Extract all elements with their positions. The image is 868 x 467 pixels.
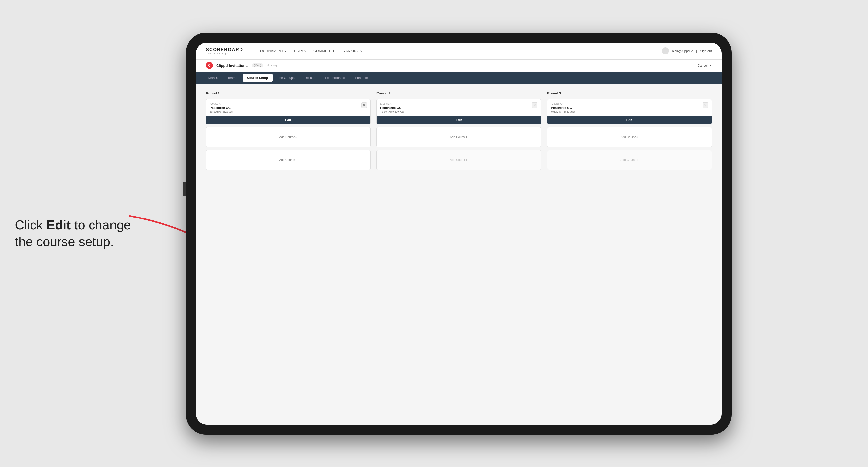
round-2-delete-button[interactable]: ✕ [532, 102, 537, 108]
round-3-edit-button[interactable]: Edit [547, 116, 712, 124]
round-2-add-course-1-plus: + [466, 135, 468, 139]
round-1-course-details: Yellow (M) (6629 yds) [210, 111, 234, 113]
nav-teams[interactable]: TEAMS [293, 49, 306, 53]
tab-bar: Details Teams Course Setup Tee Groups Re… [196, 72, 722, 84]
tablet-screen: SCOREBOARD Powered by clippd TOURNAMENTS… [196, 43, 722, 425]
round-1-add-course-2-plus: + [295, 158, 297, 162]
nav-right: blair@clippd.io | Sign out [662, 48, 712, 54]
instruction-prefix: Click [15, 218, 46, 232]
tournament-logo: C [206, 62, 213, 69]
round-3-column: Round 3 (Course A) Peachtree GC Yellow (… [547, 91, 712, 170]
round-3-course-card: (Course A) Peachtree GC Yellow (M) (6629… [547, 99, 712, 124]
tablet-shell: SCOREBOARD Powered by clippd TOURNAMENTS… [186, 33, 732, 435]
round-2-course-label: (Course A) [380, 102, 404, 105]
round-1-add-course-1-label: Add Course [279, 135, 295, 139]
round-3-add-course-2-label: Add Course [620, 158, 636, 162]
round-3-add-course-2: Add Course + [547, 150, 712, 170]
nav-committee[interactable]: COMMITTEE [313, 49, 336, 53]
round-2-add-course-2: Add Course + [376, 150, 541, 170]
round-1-add-course-1-plus: + [295, 135, 297, 139]
round-3-add-course-1-label: Add Course [620, 135, 636, 139]
cancel-button[interactable]: Cancel ✕ [698, 64, 712, 67]
round-1-delete-button[interactable]: ✕ [361, 102, 367, 108]
tournament-name: Clippd Invitational [216, 63, 248, 68]
round-3-course-info: (Course A) Peachtree GC Yellow (M) (6629… [551, 102, 575, 113]
round-1-add-course-2[interactable]: Add Course + [206, 150, 371, 170]
round-2-course-details: Yellow (M) (6629 yds) [380, 111, 404, 113]
round-1-edit-button[interactable]: Edit [206, 116, 370, 124]
round-1-course-label: (Course A) [210, 102, 234, 105]
round-3-title: Round 3 [547, 91, 712, 95]
user-email: blair@clippd.io [672, 49, 693, 53]
tab-leaderboards[interactable]: Leaderboards [321, 74, 349, 82]
instruction-text: Click Edit to change the course setup. [15, 217, 149, 250]
round-3-course-label: (Course A) [551, 102, 575, 105]
round-2-edit-button[interactable]: Edit [377, 116, 541, 124]
logo-scoreboard: SCOREBOARD [206, 47, 243, 52]
round-3-add-course-1[interactable]: Add Course + [547, 127, 712, 147]
tab-results[interactable]: Results [300, 74, 320, 82]
round-2-add-course-1[interactable]: Add Course + [376, 127, 541, 147]
tournament-status: Hosting [267, 64, 277, 67]
nav-separator: | [696, 49, 697, 53]
round-1-add-course-2-label: Add Course [279, 158, 295, 162]
round-2-course-info: (Course A) Peachtree GC Yellow (M) (6629… [380, 102, 404, 113]
tournament-gender: (Men) [252, 63, 263, 67]
user-avatar [662, 48, 669, 54]
nav-rankings[interactable]: RANKINGS [343, 49, 362, 53]
tab-teams[interactable]: Teams [223, 74, 242, 82]
tournament-header: C Clippd Invitational (Men) Hosting Canc… [196, 60, 722, 72]
round-2-add-course-2-plus: + [466, 158, 468, 162]
round-3-course-name: Peachtree GC [551, 106, 575, 110]
round-1-course-name: Peachtree GC [210, 106, 234, 110]
round-1-title: Round 1 [206, 91, 371, 95]
rounds-grid: Round 1 (Course A) Peachtree GC Yellow (… [206, 91, 712, 170]
round-3-course-details: Yellow (M) (6629 yds) [551, 111, 575, 113]
round-2-title: Round 2 [376, 91, 541, 95]
round-3-course-inner: (Course A) Peachtree GC Yellow (M) (6629… [547, 99, 712, 116]
round-1-add-course-1[interactable]: Add Course + [206, 127, 371, 147]
round-2-column: Round 2 (Course A) Peachtree GC Yellow (… [376, 91, 541, 170]
tab-tee-groups[interactable]: Tee Groups [274, 74, 299, 82]
round-1-course-card: (Course A) Peachtree GC Yellow (M) (6629… [206, 99, 371, 124]
round-2-course-name: Peachtree GC [380, 106, 404, 110]
round-1-course-inner: (Course A) Peachtree GC Yellow (M) (6629… [206, 99, 370, 116]
nav-tournaments[interactable]: TOURNAMENTS [258, 49, 286, 53]
top-nav: SCOREBOARD Powered by clippd TOURNAMENTS… [196, 43, 722, 60]
tab-course-setup[interactable]: Course Setup [243, 74, 273, 82]
logo-sub: Powered by clippd [206, 52, 243, 55]
round-1-column: Round 1 (Course A) Peachtree GC Yellow (… [206, 91, 371, 170]
round-3-add-course-2-plus: + [637, 158, 638, 162]
sign-out-link[interactable]: Sign out [700, 49, 712, 53]
round-2-course-card: (Course A) Peachtree GC Yellow (M) (6629… [376, 99, 541, 124]
round-3-delete-button[interactable]: ✕ [703, 102, 708, 108]
instruction-bold: Edit [46, 218, 71, 232]
round-3-add-course-1-plus: + [637, 135, 638, 139]
main-content: Round 1 (Course A) Peachtree GC Yellow (… [196, 84, 722, 425]
nav-links: TOURNAMENTS TEAMS COMMITTEE RANKINGS [258, 49, 652, 53]
round-2-add-course-2-label: Add Course [450, 158, 465, 162]
logo-area: SCOREBOARD Powered by clippd [206, 47, 243, 55]
tab-details[interactable]: Details [204, 74, 222, 82]
tab-printables[interactable]: Printables [350, 74, 374, 82]
round-2-add-course-1-label: Add Course [450, 135, 465, 139]
round-2-course-inner: (Course A) Peachtree GC Yellow (M) (6629… [377, 99, 541, 116]
round-1-course-info: (Course A) Peachtree GC Yellow (M) (6629… [210, 102, 234, 113]
tablet-side-button [183, 182, 186, 196]
